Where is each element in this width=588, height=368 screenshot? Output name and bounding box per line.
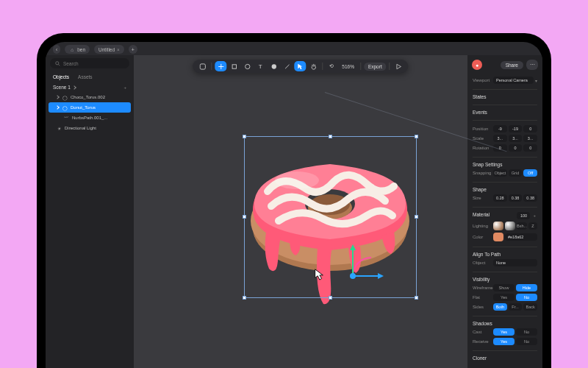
wireframe-hide[interactable]: Hide <box>516 284 537 291</box>
snap-off[interactable]: Off <box>523 169 537 177</box>
events-header[interactable]: Events <box>473 110 537 115</box>
flat-yes[interactable]: Yes <box>493 294 514 301</box>
tree-node-selected[interactable]: ◯ Donut_Torus <box>49 102 131 113</box>
search-input[interactable] <box>63 61 122 66</box>
cast-label: Cast <box>473 330 492 334</box>
color-value[interactable]: #e18a62 <box>505 233 537 241</box>
sides-back[interactable]: Back <box>523 303 537 311</box>
size-y[interactable]: 0.38 <box>509 194 523 202</box>
tab-assets[interactable]: Assets <box>78 74 93 79</box>
workspace-tab[interactable]: ⌂ ben <box>65 45 90 54</box>
tree-node[interactable]: ☀ Directional Light <box>46 123 134 133</box>
tool-pen[interactable] <box>281 61 293 71</box>
mouse-cursor <box>314 269 324 280</box>
lighting-swatch-2[interactable] <box>505 222 515 230</box>
resize-handle-bl[interactable] <box>243 296 246 300</box>
rotation-label: Rotation <box>473 146 492 150</box>
scale-x[interactable]: 3... <box>493 135 507 142</box>
plus-icon[interactable]: + <box>531 213 537 218</box>
visibility-header: Visibility <box>473 277 537 282</box>
tool-home[interactable] <box>196 61 208 71</box>
resize-handle-bm[interactable] <box>329 296 332 300</box>
selection-box[interactable] <box>244 136 417 298</box>
node-label: Directional Light <box>65 126 96 130</box>
material-opacity[interactable]: 100 <box>517 212 530 219</box>
pos-z[interactable]: 0 <box>523 125 537 132</box>
lighting-swatch-1[interactable] <box>493 222 503 230</box>
wireframe-show[interactable]: Show <box>493 284 514 291</box>
resize-handle-tl[interactable] <box>243 135 246 138</box>
path-icon: 〰 <box>63 115 69 121</box>
tool-select[interactable] <box>294 61 306 71</box>
play-button[interactable] <box>393 61 405 71</box>
resize-handle-mr[interactable] <box>415 215 418 219</box>
svg-rect-3 <box>232 64 236 68</box>
light-icon: ☀ <box>56 125 62 131</box>
sides-both[interactable]: Both <box>493 303 507 311</box>
share-button[interactable]: Share <box>501 61 523 69</box>
states-header[interactable]: States <box>473 94 537 99</box>
color-label: Color <box>473 235 492 239</box>
cloner-header[interactable]: Cloner <box>473 355 537 361</box>
resize-handle-br[interactable] <box>415 296 418 300</box>
svg-point-4 <box>245 64 249 68</box>
flat-no[interactable]: No <box>516 294 537 301</box>
tool-cube[interactable] <box>228 61 240 71</box>
receive-yes[interactable]: Yes <box>493 338 514 345</box>
chevron-icon: ▾ <box>535 78 537 83</box>
shape-section: Shape Size 0.28 0.38 0.38 <box>467 183 542 206</box>
tool-hand[interactable] <box>307 61 319 71</box>
rot-y[interactable]: 0 <box>509 144 523 152</box>
export-button[interactable]: Export <box>364 63 387 71</box>
pos-x[interactable]: -9 <box>493 125 507 132</box>
tool-history[interactable]: ⟲ <box>326 61 337 71</box>
rot-z[interactable]: 0 <box>523 144 537 152</box>
scene-header[interactable]: Scene 1 + <box>46 81 134 92</box>
align-section: Align To Path Object None <box>467 248 542 271</box>
back-button[interactable]: ‹ <box>53 45 60 54</box>
cast-no[interactable]: No <box>516 328 537 336</box>
viewport-dropdown[interactable]: Personal Camera <box>493 77 534 84</box>
resize-handle-tr[interactable] <box>415 135 418 138</box>
app-screen: ‹ ⌂ ben Untitled × + Objec <box>46 42 542 368</box>
more-menu[interactable]: ⋯ <box>526 60 538 70</box>
tool-text[interactable]: T <box>254 61 266 71</box>
search-icon <box>54 60 60 66</box>
tree-node[interactable]: ◯ Choco_Torus.002 <box>46 92 134 102</box>
sides-front[interactable]: Fr... <box>509 303 523 311</box>
lighting-opt[interactable]: Bsh... <box>517 222 527 230</box>
cast-yes[interactable]: Yes <box>493 328 514 336</box>
scale-z[interactable]: 3... <box>523 135 537 142</box>
scale-y[interactable]: 3... <box>509 135 523 142</box>
lighting-opt[interactable]: Z <box>528 222 537 230</box>
tool-circle[interactable] <box>241 61 253 71</box>
snap-object[interactable]: Object <box>493 169 507 177</box>
tool-sphere[interactable] <box>268 61 279 71</box>
material-section: Material 100 + Lighting Bsh... Z <box>467 208 542 246</box>
receive-no[interactable]: No <box>516 338 537 345</box>
resize-handle-ml[interactable] <box>243 215 246 219</box>
close-tab-icon[interactable]: × <box>117 47 120 52</box>
resize-handle-tm[interactable] <box>329 135 332 138</box>
tool-move[interactable] <box>215 61 226 71</box>
color-swatch[interactable] <box>493 233 503 241</box>
add-tab-button[interactable]: + <box>129 45 137 54</box>
scene-add-button[interactable]: + <box>123 85 126 90</box>
size-x[interactable]: 0.28 <box>493 194 507 202</box>
titlebar: ‹ ⌂ ben Untitled × + <box>46 42 542 55</box>
snap-grid[interactable]: Grid <box>509 169 523 177</box>
zoom-level[interactable]: 516% <box>339 64 357 69</box>
tree-node[interactable]: 〰 NurbsPath.001_... <box>46 113 134 123</box>
snap-label: Snapping <box>473 171 492 175</box>
svg-point-0 <box>55 61 58 64</box>
file-tab[interactable]: Untitled × <box>94 45 124 54</box>
search-field[interactable] <box>50 58 129 68</box>
chevron-down-icon <box>72 85 76 90</box>
user-avatar[interactable]: ● <box>472 60 482 70</box>
align-dropdown[interactable]: None <box>493 259 537 266</box>
lighting-label: Lighting <box>473 224 492 228</box>
size-z[interactable]: 0.38 <box>523 194 537 202</box>
tab-objects[interactable]: Objects <box>53 74 69 79</box>
pos-y[interactable]: -19 <box>509 125 523 132</box>
viewport[interactable]: T ⟲ 516% Export <box>134 55 467 368</box>
